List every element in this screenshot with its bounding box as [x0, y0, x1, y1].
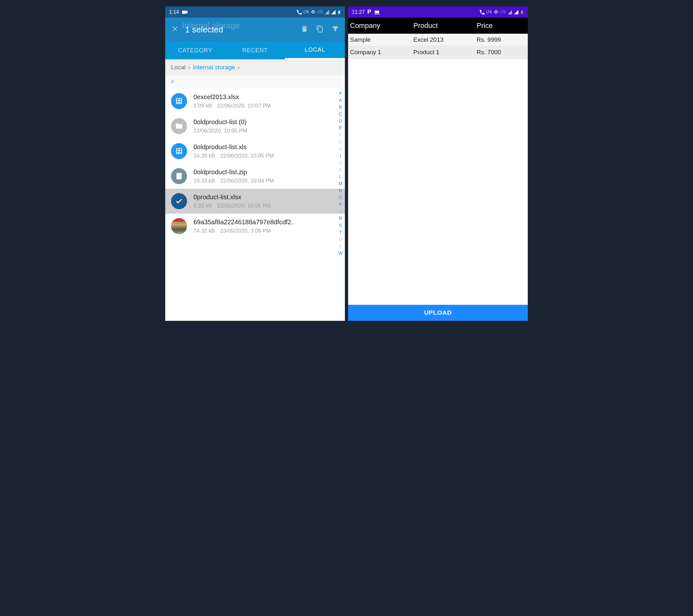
lte-label: LTE: [487, 10, 492, 14]
signal-icon: [507, 9, 512, 15]
tab-category[interactable]: CATEGORY: [165, 42, 225, 59]
close-icon[interactable]: [171, 25, 179, 35]
phone-lte-icon: [296, 9, 302, 15]
tab-recent[interactable]: RECENT: [225, 42, 285, 59]
upload-button[interactable]: UPLOAD: [348, 305, 528, 321]
alpha-index[interactable]: # A B C D E F G H I J K L M N O P Q R S …: [337, 88, 343, 321]
cell-price: Rs. 7000: [477, 49, 526, 56]
lte-label: LTE: [303, 10, 309, 14]
status-bar: 1:14 LTE LTE: [165, 6, 345, 18]
image-thumbnail-icon: [171, 218, 187, 234]
delete-icon[interactable]: [301, 25, 308, 35]
section-header: #: [165, 75, 345, 88]
file-size: 74.32 kB: [194, 228, 215, 234]
cell-product: Product 1: [413, 49, 476, 56]
copy-icon[interactable]: [316, 25, 324, 35]
parking-icon: P: [368, 9, 371, 15]
app-bar: Internal storage 1 selected: [165, 18, 345, 42]
tab-local[interactable]: LOCAL: [285, 42, 345, 59]
file-name: 0oldproduct-list (0): [194, 118, 339, 126]
file-item[interactable]: 69a35af8a22246188a797e8dfcdf2.. 74.32 kB…: [165, 214, 345, 239]
filter-icon[interactable]: [332, 25, 339, 35]
file-name: 0product-list.xlsx: [194, 194, 339, 201]
wifi-icon: [493, 9, 499, 15]
header-product: Product: [413, 21, 476, 30]
lte-label-2: LTE: [500, 10, 506, 14]
table-header: Company Product Price: [348, 18, 528, 34]
file-size: 8.09 kB: [194, 103, 212, 109]
file-name: 0excel2013.xlsx: [194, 93, 339, 101]
status-time: 11:27: [352, 9, 365, 15]
spreadsheet-icon: [171, 93, 187, 109]
data-table-screen: 11:27 P LTE LTE Co: [348, 6, 528, 321]
file-item[interactable]: 0oldproduct-list.zip 10.33 kB 22/06/2020…: [165, 164, 345, 188]
file-name: 69a35af8a22246188a797e8dfcdf2..: [194, 218, 339, 226]
signal-icon: [324, 9, 330, 15]
tab-bar: CATEGORY RECENT LOCAL: [165, 42, 345, 59]
zip-icon: [171, 168, 187, 184]
file-date: 23/05/2020, 3:09 PM: [220, 228, 271, 234]
file-size: 8.92 kB: [194, 203, 212, 209]
phone-lte-icon: [479, 9, 485, 15]
cell-company: Company 1: [350, 49, 413, 56]
checkmark-icon: [171, 193, 187, 209]
spreadsheet-icon: [171, 143, 187, 159]
cell-company: Sample: [350, 36, 413, 43]
breadcrumb: Local › Internal storage ›: [165, 59, 345, 75]
breadcrumb-current[interactable]: Internal storage: [193, 64, 235, 71]
laptop-icon: [374, 9, 380, 15]
chevron-right-icon: ›: [238, 64, 240, 71]
file-date: 22/06/2020, 10:07 PM: [217, 103, 271, 109]
file-date: 22/06/2020, 10:04 PM: [220, 178, 274, 184]
chevron-right-icon: ›: [188, 64, 190, 71]
table-body: Sample Excel 2013 Rs. 9999 Company 1 Pro…: [348, 34, 528, 305]
folder-icon: [171, 118, 187, 134]
file-date: 22/06/2020, 10:05 PM: [220, 153, 274, 159]
app-bar-title: Internal storage 1 selected: [185, 25, 294, 35]
signal-icon-2: [514, 9, 519, 15]
battery-charging-icon: [520, 9, 524, 15]
status-bar: 11:27 P LTE LTE: [348, 6, 528, 18]
file-size: 10.33 kB: [194, 178, 215, 184]
svg-rect-0: [182, 11, 186, 14]
file-item[interactable]: 0oldproduct-list (0) 22/06/2020, 10:05 P…: [165, 114, 345, 139]
table-row[interactable]: Company 1 Product 1 Rs. 7000: [348, 46, 528, 59]
battery-icon: [337, 9, 341, 15]
file-date: 22/06/2020, 10:05 PM: [194, 128, 247, 134]
wifi-icon: [310, 9, 316, 15]
file-item[interactable]: 0oldproduct-list.xls 16.38 kB 22/06/2020…: [165, 139, 345, 164]
header-price: Price: [477, 21, 526, 30]
file-name: 0oldproduct-list.zip: [194, 168, 339, 176]
file-item[interactable]: 0excel2013.xlsx 8.09 kB 22/06/2020, 10:0…: [165, 88, 345, 114]
file-list[interactable]: 0excel2013.xlsx 8.09 kB 22/06/2020, 10:0…: [165, 88, 345, 321]
outlook-icon: [182, 9, 188, 15]
lte-label-2: LTE: [317, 10, 323, 14]
file-name: 0oldproduct-list.xls: [194, 143, 339, 151]
file-item-selected[interactable]: 0product-list.xlsx 8.92 kB 22/06/2020, 1…: [165, 188, 345, 214]
file-manager-screen: 1:14 LTE LTE: [165, 6, 345, 321]
file-size: 16.38 kB: [194, 153, 215, 159]
cell-price: Rs. 9999: [477, 36, 526, 43]
table-row[interactable]: Sample Excel 2013 Rs. 9999: [348, 34, 528, 46]
cell-product: Excel 2013: [413, 36, 476, 43]
file-date: 22/06/2020, 10:05 PM: [217, 203, 271, 209]
signal-icon-2: [331, 9, 336, 15]
breadcrumb-root[interactable]: Local: [171, 64, 185, 71]
header-company: Company: [350, 21, 413, 30]
status-time: 1:14: [169, 9, 179, 15]
